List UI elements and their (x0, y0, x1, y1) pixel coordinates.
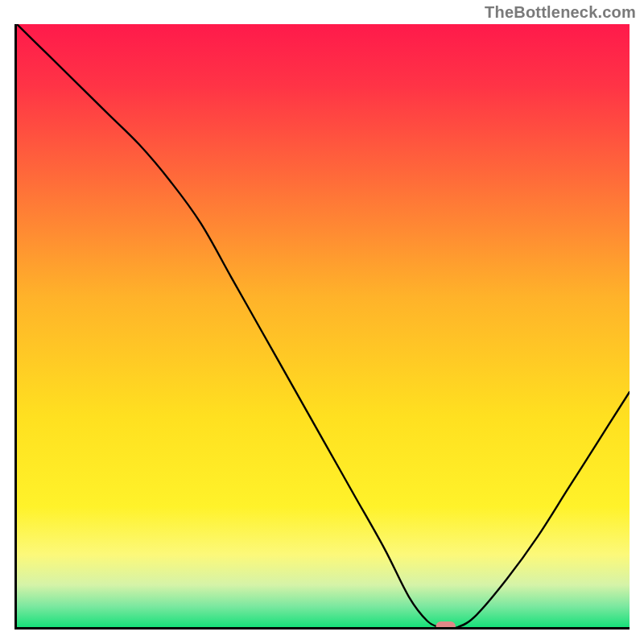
plot-area (14, 24, 630, 630)
chart-stage: TheBottleneck.com (0, 0, 644, 644)
curve-canvas (17, 24, 630, 627)
watermark-text: TheBottleneck.com (485, 3, 636, 22)
